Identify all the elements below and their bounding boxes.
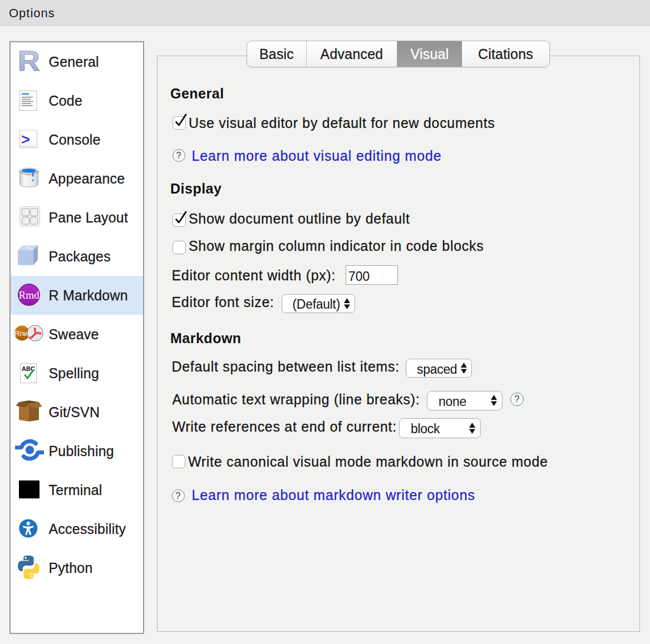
svg-text:R: R (18, 50, 40, 71)
svg-text:Rmd: Rmd (19, 289, 40, 301)
svg-text:>: > (21, 131, 30, 148)
